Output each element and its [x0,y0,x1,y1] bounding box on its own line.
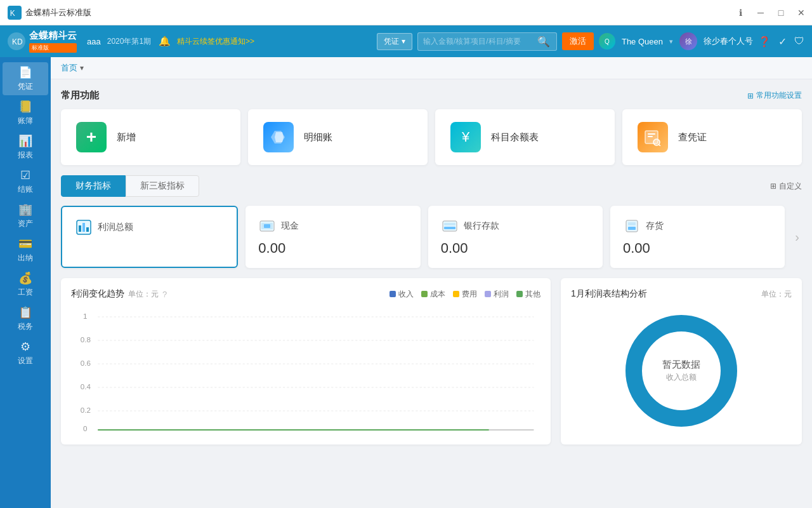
sidebar-item-payroll[interactable]: 💰 工资 [3,268,48,301]
settings-action-label: 常用功能设置 [756,90,802,101]
svg-text:0.4: 0.4 [81,383,91,391]
sidebar-item-voucher[interactable]: 📄 凭证 [3,62,48,95]
tab-finance[interactable]: 财务指标 [61,175,126,197]
inventory-label: 存货 [646,220,664,232]
maximize-button[interactable]: □ [775,7,787,18]
cashflow-icon: 💳 [18,237,32,251]
donut-unit: 单位：元 [761,289,792,300]
sidebar-label-assets: 资产 [18,218,33,229]
func-card-detail[interactable]: 明细账 [248,109,428,165]
legend-cost-dot [421,291,428,297]
main-content: 首页 ▾ 常用功能 ⊞ 常用功能设置 + 新增 [51,57,812,508]
minimize-button[interactable]: ─ [755,7,766,18]
common-functions-setting[interactable]: ⊞ 常用功能设置 [747,90,802,101]
close-button[interactable]: ✕ [796,7,807,18]
customize-label: 自定义 [779,181,802,192]
sidebar: 📄 凭证 📒 账簿 📊 报表 ☑ 结账 🏢 资产 💳 出纳 💰 工资 📋 [0,57,51,508]
user-avatar: 徐 [679,32,697,50]
sidebar-item-cashflow[interactable]: 💳 出纳 [3,234,48,267]
sidebar-item-report[interactable]: 📊 报表 [3,131,48,164]
company-name: aaa [87,37,101,46]
metric-cash[interactable]: 现金 0.00 [246,206,420,268]
donut-no-data-label: 暂无数据 [662,359,700,371]
bank-icon [441,217,459,235]
metric-bank-header: 银行存款 [441,217,590,235]
search-input[interactable] [423,37,537,46]
metric-profit[interactable]: 利润总额 [61,206,238,268]
top-nav-bar: KD 金蝶精斗云 标准版 aaa 2020年第1期 🔔 精斗云续签优惠通知>> … [0,25,812,57]
svg-rect-5 [648,133,655,135]
sidebar-label-voucher: 凭证 [18,81,33,92]
user-name[interactable]: 徐少春个人号 [704,36,753,47]
sidebar-item-ledger[interactable]: 📒 账簿 [3,97,48,130]
payroll-icon: 💰 [18,271,32,285]
sidebar-item-settings[interactable]: ⚙ 设置 [3,337,48,370]
tab-newboard[interactable]: 新三板指标 [126,175,199,197]
inventory-value: 0.00 [623,240,772,257]
legend-revenue-label: 收入 [398,289,414,300]
sidebar-label-tax: 税务 [18,321,33,332]
legend-expense: 费用 [453,289,477,300]
chart-title: 利润变化趋势 [71,288,124,300]
query-voucher-label: 查凭证 [678,131,707,144]
period-info: 2020年第1期 [107,36,151,47]
tabs-bar: 财务指标 新三板指标 ⊞ 自定义 [61,175,802,197]
feedback-icon[interactable]: ✓ [778,36,787,48]
search-icon[interactable]: 🔍 [537,36,550,48]
help-icon[interactable]: ❓ [758,36,771,48]
breadcrumb-dropdown-icon[interactable]: ▾ [80,64,84,72]
sidebar-label-report: 报表 [18,150,33,161]
profit-structure-chart: 1月利润表结构分析 单位：元 暂无数据 收入总额 [561,278,802,444]
line-chart-svg: 1 0.8 0.6 0.4 0.2 0 [71,307,540,434]
metric-inventory[interactable]: 存货 0.00 [610,206,785,268]
func-card-balance[interactable]: ¥ 科目余额表 [435,109,615,165]
inventory-icon [623,217,641,235]
chart-title-row: 利润变化趋势 单位：元 ? 收入 成本 [71,288,540,300]
sidebar-item-closing[interactable]: ☑ 结账 [3,165,48,198]
title-bar: K 金蝶精斗云标准版 ℹ ─ □ ✕ [0,0,812,25]
metric-bankdeposit[interactable]: 银行存款 0.00 [428,206,603,268]
org-name[interactable]: The Queen [622,37,663,46]
func-card-query[interactable]: 查凭证 [622,109,802,165]
func-card-new[interactable]: + 新增 [61,109,240,165]
donut-center-text: 暂无数据 收入总额 [662,359,700,383]
sidebar-item-tax[interactable]: 📋 税务 [3,302,48,335]
notify-link[interactable]: 精斗云续签优惠通知>> [177,36,254,47]
profit-label: 利润总额 [98,222,133,233]
query-voucher-icon [638,122,668,152]
legend-other-dot [516,291,523,297]
chart-unit: 单位：元 [128,289,159,300]
breadcrumb-home[interactable]: 首页 [61,62,77,74]
charts-row: 利润变化趋势 单位：元 ? 收入 成本 [61,278,802,444]
sidebar-item-assets[interactable]: 🏢 资产 [3,199,48,232]
info-button[interactable]: ℹ [735,7,746,18]
search-area: 凭证 ▾ 🔍 激活 Q The Queen ▾ 徐 徐少春个人号 ❓ ✓ 🛡 [377,32,804,51]
app-body: 📄 凭证 📒 账簿 📊 报表 ☑ 结账 🏢 资产 💳 出纳 💰 工资 📋 [0,57,812,508]
cash-label: 现金 [281,220,299,232]
shield-icon[interactable]: 🛡 [794,36,804,47]
voucher-label: 凭证 [384,36,399,47]
voucher-icon: 📄 [18,65,32,79]
svg-text:KD: KD [12,37,23,46]
metrics-next-button[interactable]: › [792,206,802,268]
sidebar-label-payroll: 工资 [18,287,33,298]
app-logo: K 金蝶精斗云标准版 [8,6,91,20]
chart-help-icon[interactable]: ? [162,290,167,299]
org-dropdown-icon[interactable]: ▾ [669,37,673,46]
svg-rect-19 [626,220,638,232]
voucher-select[interactable]: 凭证 ▾ [377,33,412,50]
closing-icon: ☑ [20,168,30,182]
settings-action-icon: ⊞ [747,91,754,100]
customize-button[interactable]: ⊞ 自定义 [770,181,802,192]
legend-expense-dot [453,291,459,297]
org-avatar: Q [599,33,615,50]
activate-button[interactable]: 激活 [562,32,594,50]
tax-icon: 📋 [18,305,32,319]
legend-profit: 利润 [485,289,509,300]
svg-rect-21 [628,227,636,230]
common-functions-header: 常用功能 ⊞ 常用功能设置 [61,90,802,102]
profit-trend-chart: 利润变化趋势 单位：元 ? 收入 成本 [61,278,551,444]
metric-profit-header: 利润总额 [75,218,224,236]
metrics-row: 利润总额 现金 0. [61,206,802,268]
logo-badge: 标准版 [29,43,77,53]
